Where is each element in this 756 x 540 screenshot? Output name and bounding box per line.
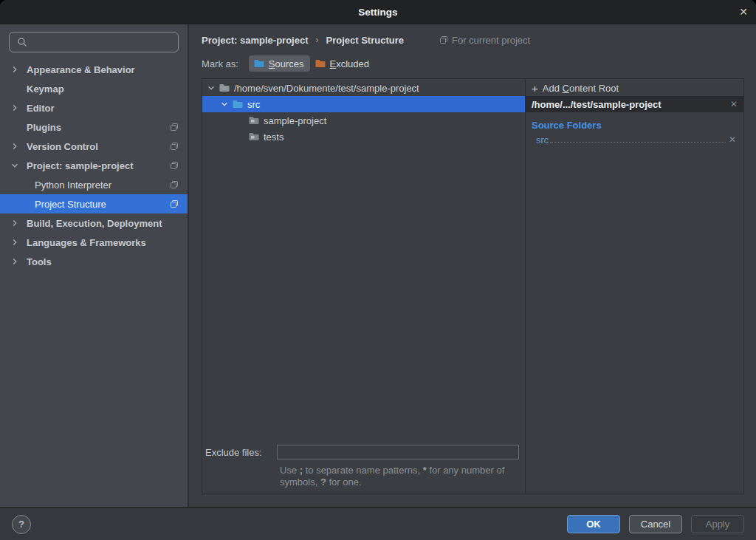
per-project-badge-icon: [170, 180, 179, 189]
sidebar-item-label: Plugins: [27, 122, 61, 133]
source-folder-name: src: [536, 134, 549, 146]
content-tree-panel: /home/sven/Dokumente/test/sample-project…: [202, 79, 525, 493]
tree-row-label: src: [247, 99, 260, 110]
tree-row-src[interactable]: src: [202, 96, 525, 112]
sidebar-item-plugins[interactable]: Plugins: [0, 117, 188, 137]
exclude-files-label: Exclude files:: [205, 447, 277, 458]
sidebar-item-languages-frameworks[interactable]: Languages & Frameworks: [0, 233, 188, 252]
folder-icon: [248, 131, 260, 143]
scope-note-label: For current project: [452, 35, 530, 46]
sidebar-item-python-interpreter[interactable]: Python Interpreter: [0, 175, 188, 194]
sidebar-item-version-control[interactable]: Version Control: [0, 137, 188, 156]
remove-source-folder-icon[interactable]: ✕: [729, 134, 736, 145]
breadcrumb-separator: ›: [316, 35, 319, 45]
sidebar-item-appearance-behavior[interactable]: Appearance & Behavior: [0, 60, 188, 79]
ok-button[interactable]: OK: [567, 515, 620, 533]
sidebar-item-label: Tools: [27, 256, 52, 267]
source-folders-header: Source Folders: [526, 117, 743, 132]
settings-nav: Appearance & Behavior Keymap Editor Plug…: [0, 60, 188, 507]
dotted-leader: [550, 142, 726, 143]
settings-search-box[interactable]: [9, 32, 179, 52]
breadcrumb-project[interactable]: Project: sample-project: [202, 35, 309, 46]
mark-excluded-label: Excluded: [330, 58, 369, 69]
add-content-root-label: Add Content Root: [543, 83, 619, 94]
tree-row-label: sample-project: [264, 115, 326, 126]
source-folder-item[interactable]: src ✕: [526, 132, 743, 147]
exclude-files-hint: Use ; to separate name patterns, * for a…: [280, 465, 519, 488]
sidebar-item-label: Appearance & Behavior: [27, 64, 135, 75]
per-project-badge-icon: [439, 35, 448, 44]
chevron-right-icon: [10, 103, 27, 112]
plus-icon: +: [532, 83, 538, 94]
exclude-files-input[interactable]: [277, 445, 519, 459]
mark-sources-button[interactable]: Sources: [249, 55, 310, 72]
sidebar-item-label: Keymap: [27, 83, 64, 95]
dialog-title: Settings: [358, 7, 397, 18]
search-input[interactable]: [30, 36, 173, 49]
settings-main-pane: Project: sample-project › Project Struct…: [189, 24, 756, 507]
chevron-down-icon[interactable]: [207, 83, 219, 92]
apply-button[interactable]: Apply: [691, 515, 744, 533]
sidebar-item-editor[interactable]: Editor: [0, 98, 188, 117]
breadcrumb: Project: sample-project › Project Struct…: [202, 31, 744, 49]
sidebar-item-keymap[interactable]: Keymap: [0, 79, 188, 98]
title-bar: Settings ✕: [0, 0, 756, 24]
chevron-right-icon: [10, 219, 27, 228]
exclude-files-section: Exclude files: Use ; to separate name pa…: [202, 444, 525, 493]
mark-as-toolbar: Mark as: Sources Excluded: [202, 53, 744, 74]
remove-content-root-icon[interactable]: ✕: [730, 99, 738, 109]
chevron-down-icon[interactable]: [220, 100, 232, 109]
content-root-item[interactable]: /home/.../test/sample-project ✕: [526, 96, 743, 112]
content-root-path: /home/.../test/sample-project: [532, 99, 662, 110]
tree-row-label: tests: [264, 131, 284, 143]
tree-row-tests[interactable]: tests: [202, 129, 525, 145]
sidebar-item-tools[interactable]: Tools: [0, 252, 188, 271]
excluded-folder-icon: [315, 58, 326, 69]
mark-excluded-button[interactable]: Excluded: [310, 55, 375, 72]
sidebar-item-label: Project: sample-project: [27, 160, 134, 171]
tree-row-content-root[interactable]: /home/sven/Dokumente/test/sample-project: [202, 80, 525, 96]
scope-note: For current project: [439, 35, 530, 46]
help-button[interactable]: ?: [12, 515, 31, 534]
settings-sidebar: Appearance & Behavior Keymap Editor Plug…: [0, 24, 189, 507]
chevron-right-icon: [10, 238, 27, 247]
sidebar-item-label: Editor: [27, 103, 55, 114]
mark-sources-label: Sources: [269, 58, 304, 69]
sources-folder-icon: [253, 58, 265, 69]
content-roots-panel: + Add Content Root /home/.../test/sample…: [525, 79, 743, 493]
close-icon[interactable]: ✕: [739, 0, 748, 24]
search-icon: [17, 37, 27, 47]
mark-as-label: Mark as:: [202, 58, 238, 69]
chevron-right-icon: [10, 142, 27, 151]
settings-dialog: Settings ✕ Appearance & Behavior Keym: [0, 0, 756, 540]
tree-row-label: /home/sven/Dokumente/test/sample-project: [234, 83, 419, 94]
sidebar-item-label: Build, Execution, Deployment: [27, 218, 162, 229]
sidebar-item-build-execution-deployment[interactable]: Build, Execution, Deployment: [0, 213, 188, 233]
sidebar-item-label: Project Structure: [35, 199, 106, 210]
dialog-body: Appearance & Behavior Keymap Editor Plug…: [0, 24, 756, 507]
sidebar-item-project-structure[interactable]: Project Structure: [0, 194, 188, 213]
cancel-button[interactable]: Cancel: [629, 515, 682, 533]
chevron-right-icon: [10, 257, 27, 266]
folder-icon: [248, 115, 260, 126]
sidebar-item-project-sample-project[interactable]: Project: sample-project: [0, 156, 188, 175]
tree-row-sample-project[interactable]: sample-project: [202, 112, 525, 129]
sidebar-item-label: Languages & Frameworks: [27, 237, 146, 248]
project-structure-panels: /home/sven/Dokumente/test/sample-project…: [202, 78, 744, 493]
sidebar-item-label: Python Interpreter: [35, 180, 111, 191]
per-project-badge-icon: [170, 161, 179, 170]
breadcrumb-project-structure[interactable]: Project Structure: [326, 35, 404, 46]
chevron-down-icon: [10, 161, 27, 170]
dialog-footer: ? OK Cancel Apply: [0, 507, 756, 540]
directory-tree: /home/sven/Dokumente/test/sample-project…: [202, 79, 525, 444]
per-project-badge-icon: [170, 199, 179, 208]
per-project-badge-icon: [170, 123, 179, 131]
per-project-badge-icon: [170, 142, 179, 151]
chevron-right-icon: [10, 65, 27, 74]
source-folder-icon: [232, 98, 244, 110]
sidebar-item-label: Version Control: [27, 141, 98, 152]
folder-icon: [219, 82, 230, 94]
add-content-root-button[interactable]: + Add Content Root: [526, 80, 743, 96]
